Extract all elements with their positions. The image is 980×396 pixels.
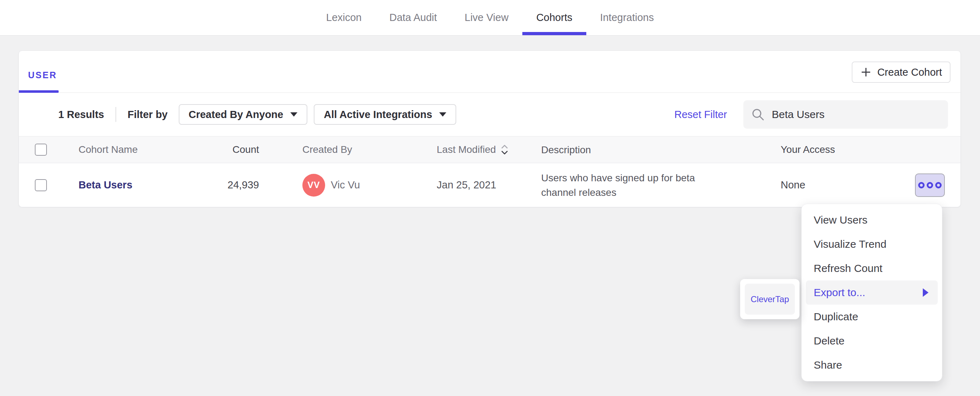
- menu-item-delete[interactable]: Delete: [806, 329, 938, 353]
- column-header-your-access[interactable]: Your Access: [762, 144, 879, 155]
- tab-cohorts[interactable]: Cohorts: [522, 0, 586, 35]
- column-header-count[interactable]: Count: [216, 144, 259, 155]
- column-header-description[interactable]: Description: [523, 142, 762, 157]
- tab-data-audit[interactable]: Data Audit: [375, 0, 451, 35]
- filter-left-group: 1 Results Filter by Created By Anyone Al…: [58, 104, 456, 125]
- filter-bar: 1 Results Filter by Created By Anyone Al…: [19, 93, 961, 136]
- cohorts-card: USER Create Cohort 1 Results Filter by C…: [19, 51, 961, 207]
- tab-integrations[interactable]: Integrations: [586, 0, 668, 35]
- select-all-cell: [19, 144, 60, 156]
- created-by-dropdown[interactable]: Created By Anyone: [179, 104, 307, 125]
- filter-by-label: Filter by: [127, 109, 168, 120]
- active-tab-underline: [19, 90, 59, 93]
- last-modified-label: Last Modified: [437, 144, 496, 155]
- divider: [116, 107, 116, 122]
- tab-lexicon[interactable]: Lexicon: [312, 0, 375, 35]
- create-cohort-label: Create Cohort: [877, 67, 942, 78]
- column-header-cohort-name[interactable]: Cohort Name: [60, 144, 216, 155]
- plus-icon: [860, 67, 872, 78]
- filter-right-group: Reset Filter: [675, 93, 948, 136]
- created-by-name: Vic Vu: [331, 179, 360, 191]
- integrations-dropdown-value: All Active Integrations: [324, 109, 432, 120]
- menu-item-duplicate[interactable]: Duplicate: [806, 305, 938, 329]
- search-input[interactable]: [771, 100, 948, 129]
- row-checkbox-cell: [19, 179, 60, 191]
- integrations-dropdown[interactable]: All Active Integrations: [314, 104, 456, 125]
- table-row: Beta Users 24,939 VV Vic Vu Jan 25, 2021…: [19, 163, 961, 207]
- created-by-dropdown-value: Created By Anyone: [189, 109, 283, 120]
- chevron-right-icon: [923, 288, 929, 297]
- search-icon: [751, 108, 765, 121]
- avatar: VV: [302, 174, 325, 196]
- last-modified-cell: Jan 25, 2021: [418, 179, 523, 191]
- row-checkbox[interactable]: [35, 179, 47, 191]
- column-header-last-modified[interactable]: Last Modified: [418, 144, 523, 155]
- tab-live-view[interactable]: Live View: [451, 0, 523, 35]
- menu-item-view-users[interactable]: View Users: [806, 208, 938, 232]
- card-tabstrip: USER Create Cohort: [19, 51, 961, 93]
- select-all-checkbox[interactable]: [35, 144, 47, 156]
- created-by-cell: VV Vic Vu: [259, 174, 418, 196]
- more-options-icon: [918, 182, 924, 188]
- menu-item-share[interactable]: Share: [806, 353, 938, 377]
- row-context-menu: View Users Visualize Trend Refresh Count…: [801, 204, 942, 382]
- search-box[interactable]: [743, 100, 948, 129]
- submenu-item-clevertap[interactable]: CleverTap: [745, 284, 795, 315]
- results-count: 1 Results: [58, 109, 104, 120]
- sort-icon[interactable]: [500, 144, 509, 155]
- reset-filter-link[interactable]: Reset Filter: [675, 109, 727, 120]
- more-options-button[interactable]: [915, 174, 945, 197]
- tab-user[interactable]: USER: [28, 70, 57, 80]
- table-header: Cohort Name Count Created By Last Modifi…: [19, 136, 961, 163]
- export-to-label: Export to...: [814, 286, 865, 299]
- more-options-icon: [927, 182, 933, 188]
- menu-item-refresh-count[interactable]: Refresh Count: [806, 256, 938, 281]
- create-cohort-button[interactable]: Create Cohort: [852, 62, 950, 83]
- chevron-down-icon: [439, 112, 446, 117]
- menu-item-visualize-trend[interactable]: Visualize Trend: [806, 232, 938, 256]
- column-header-created-by[interactable]: Created By: [259, 144, 418, 155]
- chevron-down-icon: [290, 112, 298, 117]
- export-submenu: CleverTap: [740, 279, 800, 319]
- description-cell: Users who have signed up for beta channe…: [523, 171, 762, 200]
- actions-cell: [879, 174, 961, 197]
- top-nav: Lexicon Data Audit Live View Cohorts Int…: [0, 0, 980, 35]
- count-cell: 24,939: [216, 179, 259, 191]
- cohort-name-cell: Beta Users: [60, 179, 216, 191]
- menu-item-export-to[interactable]: Export to...: [806, 281, 938, 305]
- cohort-name-link[interactable]: Beta Users: [78, 179, 132, 190]
- more-options-icon: [935, 182, 942, 188]
- your-access-cell: None: [762, 179, 879, 191]
